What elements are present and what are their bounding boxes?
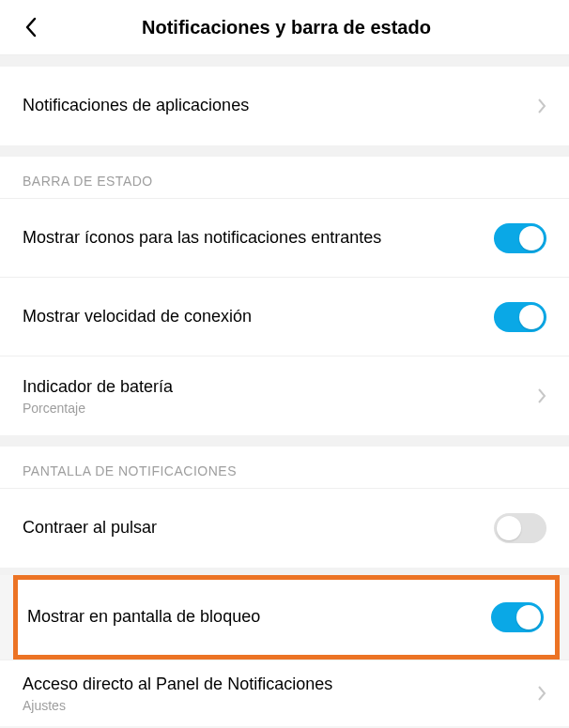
row-battery-indicator[interactable]: Indicador de batería Porcentaje — [0, 356, 569, 435]
row-collapse-on-tap[interactable]: Contraer al pulsar — [0, 489, 569, 568]
divider — [0, 568, 569, 575]
page-title: Notificaciones y barra de estado — [43, 17, 530, 38]
row-sublabel: Ajustes — [23, 698, 537, 713]
row-sublabel: Porcentaje — [23, 401, 537, 416]
row-label: Contraer al pulsar — [23, 517, 494, 538]
header: Notificaciones y barra de estado — [0, 0, 569, 55]
back-button[interactable] — [17, 14, 43, 40]
row-label: Indicador de batería — [23, 376, 537, 398]
chevron-right-icon — [537, 685, 546, 702]
highlight-box: Mostrar en pantalla de bloqueo — [13, 575, 560, 660]
divider — [0, 435, 569, 447]
divider — [0, 55, 569, 67]
row-label: Notificaciones de aplicaciones — [23, 95, 537, 116]
section-header-status-bar: BARRA DE ESTADO — [0, 157, 569, 199]
divider — [0, 145, 569, 157]
row-label: Acceso directo al Panel de Notificacione… — [23, 674, 537, 695]
row-label: Mostrar velocidad de conexión — [23, 306, 494, 327]
chevron-right-icon — [537, 387, 546, 404]
chevron-right-icon — [537, 98, 546, 114]
row-show-on-lock[interactable]: Mostrar en pantalla de bloqueo — [18, 580, 555, 655]
row-show-speed[interactable]: Mostrar velocidad de conexión — [0, 278, 569, 356]
row-show-icons[interactable]: Mostrar íconos para las notificaciones e… — [0, 199, 569, 278]
toggle-show-on-lock[interactable] — [491, 602, 544, 632]
row-label: Mostrar íconos para las notificaciones e… — [23, 227, 494, 249]
row-app-notifications[interactable]: Notificaciones de aplicaciones — [0, 67, 569, 145]
chevron-left-icon — [23, 16, 38, 38]
section-header-notification-screen: PANTALLA DE NOTIFICACIONES — [0, 447, 569, 489]
toggle-show-speed[interactable] — [494, 302, 546, 332]
toggle-collapse-on-tap[interactable] — [494, 513, 546, 543]
toggle-show-icons[interactable] — [494, 223, 546, 253]
row-label: Mostrar en pantalla de bloqueo — [27, 606, 491, 628]
row-notification-shortcut[interactable]: Acceso directo al Panel de Notificacione… — [0, 660, 569, 726]
